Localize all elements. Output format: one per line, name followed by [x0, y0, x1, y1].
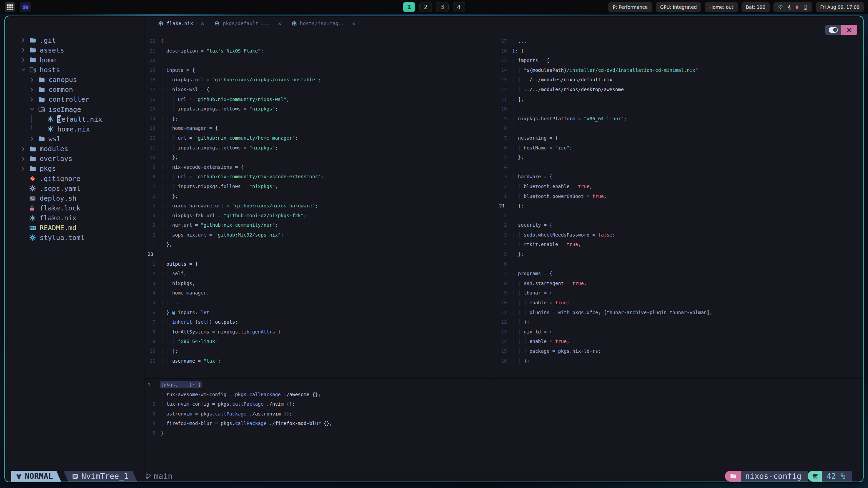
- code-line[interactable]: 6│ │ hostName = "iso";: [496, 143, 863, 153]
- code-line[interactable]: 6│ } @ inputs: let: [144, 308, 496, 318]
- code-line[interactable]: 2│ security = {: [496, 220, 863, 230]
- tree-item-wsl[interactable]: wsl: [5, 134, 144, 144]
- tree-item-isoImage[interactable]: isoImage: [5, 104, 144, 114]
- code-line[interactable]: 10│: [496, 104, 863, 114]
- code-line[interactable]: 23: [144, 249, 496, 259]
- code-line[interactable]: 1│ outputs = {: [144, 259, 496, 269]
- editor-pane-flake-nix[interactable]: 22{21│ description = "tux's NixOS Flake"…: [144, 30, 496, 378]
- code-line[interactable]: 18│ │ nixpkgs.url = "github:nixos/nixpkg…: [144, 75, 496, 85]
- code-line[interactable]: 21│ description = "tux's NixOS Flake";: [144, 46, 496, 56]
- code-line[interactable]: 21│ };: [496, 201, 863, 211]
- code-line[interactable]: 12│ │ │ url = "github:nix-community/home…: [144, 133, 496, 143]
- code-line[interactable]: 7│ programs = {: [496, 269, 863, 279]
- tree-item-common[interactable]: common: [5, 85, 144, 95]
- tree-item-pkgs[interactable]: pkgs: [5, 164, 144, 174]
- tree-item-deploy-sh[interactable]: deploy.sh: [5, 193, 144, 203]
- code-line[interactable]: 4│: [496, 162, 863, 172]
- code-line[interactable]: 5│ };: [496, 249, 863, 259]
- tree-item-hosts[interactable]: hosts: [5, 65, 144, 75]
- code-line[interactable]: 10│ │ };: [144, 152, 496, 162]
- code-line[interactable]: 14│ │ │ enable = true;: [496, 337, 863, 346]
- editor-pane-iso-default-nix[interactable]: 17│ ...16}: {15│ imports = [14│ │ "${mod…: [496, 30, 863, 378]
- code-line[interactable]: 8│ │ ssh.startAgent = true;: [496, 279, 863, 288]
- code-line[interactable]: 4│ │ nixpkgs-f2k.url = "github:moni-dz/n…: [144, 211, 496, 221]
- code-line[interactable]: 11│ ];: [496, 95, 863, 104]
- code-line[interactable]: 8│ │ forAllSystems = nixpkgs.lib.genAttr…: [144, 327, 496, 337]
- code-line[interactable]: 2│ │ self,: [144, 269, 496, 279]
- tab-pkgs-default-[interactable]: pkgs/default ...×: [214, 20, 281, 27]
- code-line[interactable]: 2│ tux-nvim-config = pkgs.callPackage ./…: [144, 399, 863, 409]
- code-line[interactable]: 7│ networking = {: [496, 133, 863, 143]
- tree-item--sops-yaml[interactable]: .sops.yaml: [5, 183, 144, 193]
- code-line[interactable]: 22{: [144, 36, 496, 46]
- code-line[interactable]: 15│ │ │ package = pkgs.nix-ld-rs;: [496, 346, 863, 356]
- code-line[interactable]: 9│ │ │ "x86_64-linux": [144, 337, 496, 346]
- tree-item-controller[interactable]: controller: [5, 95, 144, 104]
- code-line[interactable]: 9│ │ nix-vscode-extensions = {: [144, 162, 496, 172]
- workspace-button-1[interactable]: 1: [403, 2, 415, 12]
- tab-close-icon[interactable]: ×: [278, 20, 281, 27]
- code-line[interactable]: 5│ │ ...: [144, 298, 496, 308]
- code-line[interactable]: 10│ │ │ enable = true;: [496, 298, 863, 308]
- tree-item-overlays[interactable]: overlays: [5, 154, 144, 164]
- code-line[interactable]: 6│ │ };: [144, 191, 496, 201]
- code-line[interactable]: 8│: [496, 123, 863, 133]
- code-line[interactable]: 1│ │ bluetooth.powerOnBoot = true;: [496, 191, 863, 201]
- code-line[interactable]: 3│ astronvim = pkgs.callPackage ./astron…: [144, 409, 863, 419]
- toggle-switch-button[interactable]: [825, 25, 841, 35]
- tab-flake-nix[interactable]: flake.nix×: [158, 20, 204, 27]
- tree-item-stylua-toml[interactable]: stylua.toml: [5, 233, 144, 243]
- code-line[interactable]: 15│ imports = [: [496, 56, 863, 65]
- tree-item-home-nix[interactable]: └home.nix: [5, 124, 144, 134]
- code-line[interactable]: 16│ │ │ url = "github:nix-community/nixo…: [144, 95, 496, 104]
- code-line[interactable]: 3│ hardware = {: [496, 172, 863, 182]
- code-line[interactable]: 16│ │ };: [496, 356, 863, 366]
- tab-close-icon[interactable]: ×: [201, 20, 204, 27]
- tab-hosts-isoImag-[interactable]: hosts/isoImag..×: [292, 20, 356, 27]
- tree-item-home[interactable]: home: [5, 55, 144, 65]
- code-line[interactable]: 14│ │ "${modulesPath}/installer/cd-dvd/i…: [496, 65, 863, 75]
- code-line[interactable]: 5│ │ nixos-hardware.url = "github:nixos/…: [144, 201, 496, 211]
- code-line[interactable]: 2│ │ sops-nix.url = "github:Mic92/sops-n…: [144, 230, 496, 240]
- code-line[interactable]: 3│ │ nixpkgs,: [144, 279, 496, 288]
- code-line[interactable]: 5│ };: [496, 152, 863, 162]
- code-line[interactable]: 4│ firefox-mod-blur = pkgs.callPackage .…: [144, 419, 863, 428]
- code-line[interactable]: 11│ │ │ plugins = with pkgs.xfce; [thuna…: [496, 308, 863, 318]
- code-line[interactable]: 19│ inputs = {: [144, 65, 496, 75]
- code-line[interactable]: 13│ │ home-manager = {: [144, 123, 496, 133]
- tree-item-canopus[interactable]: canopus: [5, 75, 144, 85]
- app-launcher-button[interactable]: [5, 2, 15, 12]
- tree-item-flake-lock[interactable]: flake.lock: [5, 203, 144, 213]
- code-line[interactable]: 10│ │ ];: [144, 346, 496, 356]
- code-line[interactable]: 20: [144, 56, 496, 65]
- code-line[interactable]: 1│ };: [144, 240, 496, 249]
- code-line[interactable]: 11│ │ username = "tux";: [144, 356, 496, 366]
- workspace-button-2[interactable]: 2: [419, 2, 432, 12]
- code-line[interactable]: 6│: [496, 259, 863, 269]
- code-line[interactable]: 4│ │ home-manager,: [144, 288, 496, 298]
- code-line[interactable]: 12│ │ };: [496, 317, 863, 327]
- tree-item-assets[interactable]: assets: [5, 45, 144, 55]
- code-line[interactable]: 14│ │ };: [144, 114, 496, 124]
- code-line[interactable]: 12│ │ ../../modules/nixos/desktop/awesom…: [496, 85, 863, 95]
- tree-item-flake-nix[interactable]: flake.nix: [5, 213, 144, 223]
- code-line[interactable]: 2│ │ bluetooth.enable = true;: [496, 182, 863, 191]
- code-line[interactable]: 7│ │ │ inputs.nixpkgs.follows = "nixpkgs…: [144, 182, 496, 191]
- code-line[interactable]: 3│ │ sudo.wheelNeedsPassword = false;: [496, 230, 863, 240]
- code-line[interactable]: 11│ │ │ inputs.nixpkgs.follows = "nixpkg…: [144, 143, 496, 153]
- tab-close-icon[interactable]: ×: [352, 20, 356, 27]
- code-line[interactable]: 16}: {: [496, 46, 863, 56]
- editor-pane-pkgs-default-nix[interactable]: 1{pkgs, ...}: {1│ tux-awesome-wm-config …: [144, 378, 863, 471]
- code-line[interactable]: 8│ │ │ url = "github:nix-community/nix-v…: [144, 172, 496, 182]
- code-line[interactable]: 7│ │ inherit (self) outputs;: [144, 317, 496, 327]
- code-line[interactable]: 13│ │ nix-ld = {: [496, 327, 863, 337]
- code-line[interactable]: 9│ nixpkgs.hostPlatform = "x86_64-linux"…: [496, 114, 863, 124]
- tree-item--git[interactable]: .git: [5, 35, 144, 45]
- wm-logo[interactable]: $W: [20, 2, 31, 12]
- code-line[interactable]: 13│ │ ../../modules/nixos/default.nix: [496, 75, 863, 85]
- workspace-button-4[interactable]: 4: [453, 2, 465, 12]
- tree-item--gitignore[interactable]: .gitignore: [5, 174, 144, 183]
- code-line[interactable]: 4│ │ rtkit.enable = true;: [496, 240, 863, 249]
- code-line[interactable]: 3│ │ nur.url = "github:nix-community/nur…: [144, 220, 496, 230]
- code-line[interactable]: 1│ tux-awesome-wm-config = pkgs.callPack…: [144, 390, 863, 400]
